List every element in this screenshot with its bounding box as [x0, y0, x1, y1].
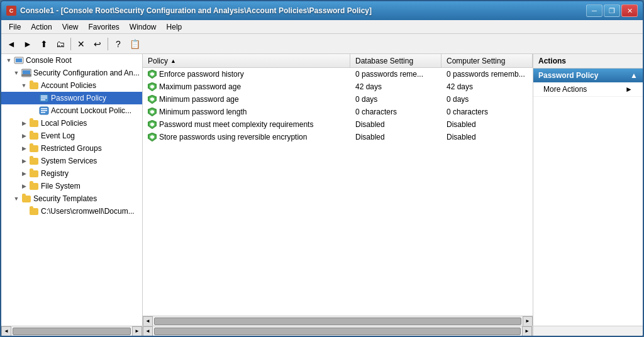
scroll-thumb-center[interactable] [154, 318, 521, 325]
menu-bar: File Action View Favorites Window Help [1, 20, 643, 34]
table-row[interactable]: Enforce password history 0 passwords rem… [143, 68, 533, 80]
policy-icon-0 [148, 70, 157, 79]
col-header-database[interactable]: Database Setting [350, 54, 441, 67]
expand-icon-local-policies[interactable]: ▶ [19, 118, 29, 128]
cell-db-3: 0 characters [350, 107, 441, 117]
menu-window[interactable]: Window [125, 21, 162, 33]
expand-icon-sec-config[interactable]: ▼ [11, 68, 21, 78]
tree-pane: ▼ Console Root ▼ [1, 54, 143, 326]
delete-button[interactable]: ✕ [74, 36, 89, 52]
tree-item-user-path[interactable]: C:\Users\cromwell\Docum... [1, 205, 142, 218]
close-button[interactable]: ✕ [621, 4, 638, 17]
tree-scroll-thumb[interactable] [13, 328, 131, 335]
tree-item-console-root[interactable]: ▼ Console Root [1, 54, 142, 67]
tree-item-event-log[interactable]: ▶ Event Log [1, 130, 142, 142]
expand-icon-event-log[interactable]: ▶ [19, 131, 29, 141]
col-computer-label: Computer Setting [447, 57, 505, 65]
registry-icon [29, 168, 39, 179]
cell-comp-2: 0 days [441, 94, 533, 104]
cell-comp-4: Disabled [441, 119, 533, 130]
tree-item-security-templates[interactable]: ▼ Security Templates [1, 192, 142, 205]
expand-icon-system-services[interactable]: ▶ [19, 156, 29, 166]
list-scroll-thumb[interactable] [154, 328, 521, 335]
tree-item-account-policies[interactable]: ▼ Account Policies [1, 79, 142, 92]
export-button[interactable]: 📋 [127, 36, 142, 52]
account-lockout-icon [39, 106, 49, 116]
scroll-left-arrow[interactable]: ◄ [143, 316, 153, 326]
svg-rect-1 [16, 58, 22, 62]
app-icon: C [6, 6, 16, 16]
menu-favorites[interactable]: Favorites [84, 21, 125, 33]
show-hide-tree-button[interactable]: 🗂 [53, 36, 68, 52]
tree-scroll-right[interactable]: ► [132, 326, 142, 336]
row-0-policy: Enforce password history [159, 70, 244, 79]
col-header-computer[interactable]: Computer Setting [441, 54, 533, 67]
restricted-groups-icon [29, 143, 39, 153]
expand-icon-registry[interactable]: ▶ [19, 168, 29, 179]
policy-icon-3 [148, 108, 157, 116]
toolbar: ◄ ► ⬆ 🗂 ✕ ↩ ? 📋 [1, 34, 643, 54]
password-policy-icon [39, 93, 49, 103]
tree-label-sec-config: Security Configuration and An... [33, 69, 140, 77]
tree-item-registry[interactable]: ▶ Registry [1, 167, 142, 180]
cell-comp-1: 42 days [441, 82, 533, 92]
row-3-policy: Minimum password length [159, 108, 247, 116]
scroll-right-arrow[interactable]: ► [523, 316, 533, 326]
event-log-icon [29, 131, 39, 141]
menu-view[interactable]: View [57, 21, 84, 33]
tree-label-security-templates: Security Templates [33, 194, 97, 203]
svg-rect-7 [41, 97, 47, 99]
tree-label-local-policies: Local Policies [41, 119, 87, 128]
tree-label-account-lockout: Account Lockout Polic... [51, 106, 131, 115]
tree-item-local-policies[interactable]: ▶ Local Policies [1, 117, 142, 130]
actions-section-label: Password Policy [538, 71, 598, 80]
tree-scroll-left[interactable]: ◄ [1, 326, 11, 336]
back-button[interactable]: ◄ [4, 36, 19, 52]
local-policies-icon [29, 118, 39, 128]
menu-file[interactable]: File [4, 21, 26, 33]
tree-item-restricted-groups[interactable]: ▶ Restricted Groups [1, 142, 142, 155]
table-row[interactable]: Maximum password age 42 days 42 days [143, 80, 533, 93]
table-row[interactable]: Store passwords using reversible encrypt… [143, 131, 533, 143]
more-actions-item[interactable]: More Actions ► [533, 82, 643, 97]
minimize-button[interactable]: ─ [586, 4, 602, 17]
properties-button[interactable]: ↩ [90, 36, 105, 52]
table-row[interactable]: Minimum password age 0 days 0 days [143, 93, 533, 106]
tree-item-password-policy[interactable]: Password Policy [1, 92, 142, 104]
row-4-policy: Password must meet complexity requiremen… [159, 120, 313, 129]
forward-button[interactable]: ► [20, 36, 35, 52]
toolbar-separator-1 [70, 38, 71, 50]
expand-icon-file-system[interactable]: ▶ [19, 181, 29, 191]
expand-icon-restricted-groups[interactable]: ▶ [19, 143, 29, 153]
expand-icon-security-templates[interactable]: ▼ [11, 194, 21, 204]
expand-icon-account-policies[interactable]: ▼ [19, 80, 29, 91]
svg-rect-10 [41, 108, 47, 109]
list-scroll-left[interactable]: ◄ [143, 326, 153, 336]
tree-hscroll[interactable]: ◄ ► [1, 326, 143, 336]
menu-action[interactable]: Action [26, 21, 57, 33]
list-hscroll-bottom[interactable]: ◄ ► [143, 326, 533, 336]
tree-item-sec-config[interactable]: ▼ Security Configuration and An... [1, 67, 142, 79]
tree-item-file-system[interactable]: ▶ File System [1, 180, 142, 192]
expand-icon-console-root[interactable]: ▼ [4, 55, 14, 65]
up-button[interactable]: ⬆ [36, 36, 52, 52]
cell-comp-3: 0 characters [441, 107, 533, 117]
tree-item-account-lockout[interactable]: Account Lockout Polic... [1, 104, 142, 117]
table-row[interactable]: Password must meet complexity requiremen… [143, 118, 533, 131]
help-button[interactable]: ? [111, 36, 126, 52]
list-body: Enforce password history 0 passwords rem… [143, 68, 533, 316]
col-header-policy[interactable]: Policy ▲ [143, 54, 350, 67]
row-5-policy: Store passwords using reversible encrypt… [159, 133, 307, 141]
policy-icon-4 [148, 120, 157, 129]
cell-db-4: Disabled [350, 119, 441, 130]
account-policies-icon [29, 80, 39, 91]
actions-bottom-spacer [533, 326, 643, 336]
policy-icon-5 [148, 133, 157, 141]
table-row[interactable]: Minimum password length 0 characters 0 c… [143, 106, 533, 118]
menu-help[interactable]: Help [162, 21, 187, 33]
restore-button[interactable]: ❐ [604, 4, 620, 17]
list-scroll-right[interactable]: ► [522, 326, 532, 336]
center-hscroll[interactable]: ◄ ► [143, 316, 533, 326]
tree-item-system-services[interactable]: ▶ System Services [1, 155, 142, 167]
file-system-icon [29, 181, 39, 191]
